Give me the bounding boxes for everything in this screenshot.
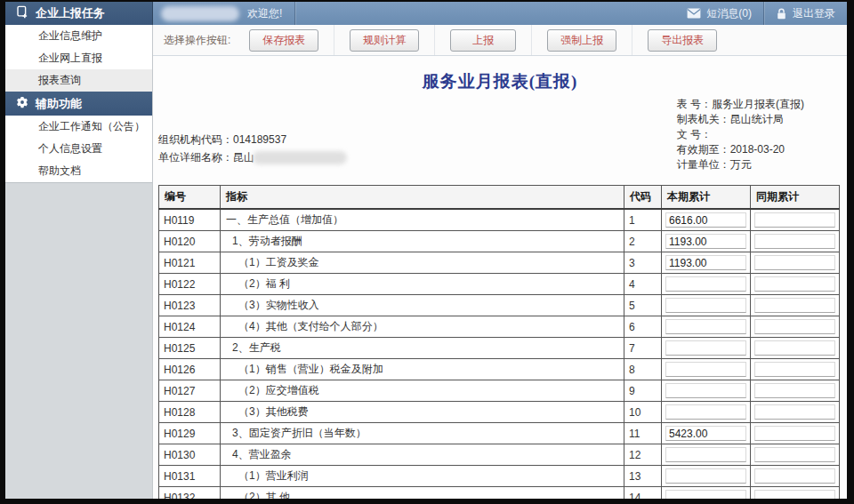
row-id-link[interactable]: H0130 — [159, 444, 221, 466]
form-number-value: 服务业月报表(直报) — [712, 98, 804, 110]
row-code: 10 — [624, 402, 662, 423]
same-period-input[interactable] — [754, 362, 835, 377]
same-period-input[interactable] — [754, 383, 835, 398]
same-period-input[interactable] — [754, 298, 835, 313]
table-row: H01293、固定资产折旧（当年数）11 — [159, 423, 840, 444]
same-period-input-cell — [751, 316, 840, 338]
same-period-input[interactable] — [754, 426, 835, 441]
same-period-input-cell — [751, 487, 840, 500]
sidebar-menu: 企业信息维护 企业网上直报 报表查询 辅助功能 企业工作通知（公告） 个人信息设… — [5, 25, 152, 183]
same-period-input-cell — [751, 252, 840, 274]
sidebar-item-enterprise-info[interactable]: 企业信息维护 — [5, 25, 152, 47]
logout-button[interactable]: 退出登录 — [764, 2, 847, 25]
report-head: 表 号：服务业月报表(直报) 制表机关：昆山统计局 文 号： 有效期至：2018… — [153, 92, 847, 185]
same-period-input-cell — [751, 231, 840, 252]
sidebar-item-report-query[interactable]: 报表查询 — [5, 69, 152, 92]
same-period-input[interactable] — [754, 319, 835, 334]
current-period-input[interactable] — [665, 234, 746, 249]
row-code: 1 — [624, 209, 662, 231]
current-period-input[interactable] — [665, 468, 746, 484]
current-period-input-cell — [662, 402, 751, 423]
meta-label: 有效期至： — [677, 143, 730, 156]
row-id-link[interactable]: H0123 — [159, 295, 221, 316]
current-period-input-cell — [662, 487, 751, 500]
envelope-icon — [687, 8, 701, 19]
row-id-link[interactable]: H0119 — [159, 209, 221, 231]
unit-name-prefix: 昆山 — [233, 148, 254, 166]
same-period-input[interactable] — [754, 234, 835, 249]
topbar-divider — [294, 2, 295, 25]
sidebar-item-online-report[interactable]: 企业网上直报 — [5, 47, 152, 69]
file-plus-icon — [15, 5, 28, 21]
logout-label: 退出登录 — [793, 6, 835, 21]
same-period-input[interactable] — [754, 447, 835, 462]
same-period-input[interactable] — [754, 468, 835, 484]
col-header-id: 编号 — [159, 186, 221, 210]
submit-button[interactable]: 上报 — [450, 29, 516, 52]
table-row: H01201、劳动者报酬2 — [159, 231, 840, 252]
same-period-input[interactable] — [754, 490, 835, 499]
export-report-button[interactable]: 导出报表 — [648, 29, 717, 52]
row-id-link[interactable]: H0131 — [159, 466, 221, 487]
current-period-input[interactable] — [665, 298, 746, 313]
current-period-input-cell — [662, 338, 751, 359]
row-id-link[interactable]: H0127 — [159, 380, 221, 402]
table-row: H01252、生产税7 — [159, 338, 840, 359]
same-period-input-cell — [751, 209, 840, 231]
same-period-input[interactable] — [754, 340, 835, 356]
report-meta-left: 组织机构代码： 014189537 单位详细名称： 昆山 — [158, 131, 347, 166]
row-id-link[interactable]: H0129 — [159, 423, 221, 444]
row-indicator: （1）营业利润 — [221, 466, 624, 487]
row-id-link[interactable]: H0121 — [159, 252, 221, 274]
sidebar-item-work-notice[interactable]: 企业工作通知（公告） — [5, 116, 152, 138]
current-period-input[interactable] — [665, 362, 746, 377]
report-content: 服务业月报表(直报) 表 号：服务业月报表(直报) 制表机关：昆山统计局 文 号… — [153, 56, 847, 499]
save-report-button[interactable]: 保存报表 — [249, 29, 318, 52]
current-period-input[interactable] — [665, 340, 746, 356]
current-period-input[interactable] — [665, 490, 746, 499]
same-period-input-cell — [751, 466, 840, 487]
row-id-link[interactable]: H0122 — [159, 274, 221, 295]
same-period-input[interactable] — [754, 255, 835, 270]
issuing-agency-value: 昆山统计局 — [730, 113, 784, 125]
current-period-input[interactable] — [665, 319, 746, 334]
row-code: 2 — [624, 231, 662, 252]
current-period-input[interactable] — [665, 276, 746, 292]
same-period-input-cell — [751, 295, 840, 316]
same-period-input[interactable] — [754, 276, 835, 292]
welcome-text: 欢迎您! — [247, 6, 282, 21]
valid-until-value: 2018-03-20 — [730, 143, 785, 156]
app-title-bar: 企业上报任务 — [5, 2, 153, 25]
row-id-link[interactable]: H0126 — [159, 359, 221, 380]
row-id-link[interactable]: H0120 — [159, 231, 221, 252]
same-period-input-cell — [751, 423, 840, 444]
sidebar-item-help-docs[interactable]: 帮助文档 — [5, 160, 152, 182]
same-period-input[interactable] — [754, 404, 835, 420]
topbar-right: 欢迎您! 短消息(0) — [153, 2, 847, 25]
row-indicator: （2）福 利 — [221, 274, 624, 295]
messages-button[interactable]: 短消息(0) — [675, 2, 763, 25]
row-indicator: （1）销售（营业）税金及附加 — [221, 359, 624, 380]
row-code: 8 — [624, 359, 662, 380]
current-period-input[interactable] — [665, 212, 746, 228]
row-id-link[interactable]: H0124 — [159, 316, 221, 338]
row-id-link[interactable]: H0132 — [159, 487, 221, 500]
current-period-input[interactable] — [665, 255, 746, 270]
force-submit-button[interactable]: 强制上报 — [547, 29, 616, 52]
row-id-link[interactable]: H0128 — [159, 402, 221, 423]
current-period-input[interactable] — [665, 447, 746, 462]
meta-label: 文 号： — [677, 128, 712, 140]
same-period-input[interactable] — [754, 212, 835, 228]
current-period-input[interactable] — [665, 426, 746, 441]
topbar: 企业上报任务 欢迎您! 短消息(0) — [5, 2, 847, 25]
report-table-body: H0119一、生产总值（增加值）1H01201、劳动者报酬2H0121（1）工资… — [159, 209, 840, 499]
current-period-input[interactable] — [665, 404, 746, 420]
row-indicator: 1、劳动者报酬 — [221, 231, 624, 252]
row-indicator: 一、生产总值（增加值） — [221, 209, 624, 231]
action-toolbar: 选择操作按钮: 保存报表 规则计算 上报 强制上报 导出报表 — [153, 25, 847, 56]
row-id-link[interactable]: H0125 — [159, 338, 221, 359]
sidebar-item-personal-settings[interactable]: 个人信息设置 — [5, 138, 152, 160]
rule-calculate-button[interactable]: 规则计算 — [350, 29, 419, 52]
current-period-input[interactable] — [665, 383, 746, 398]
same-period-input-cell — [751, 274, 840, 295]
